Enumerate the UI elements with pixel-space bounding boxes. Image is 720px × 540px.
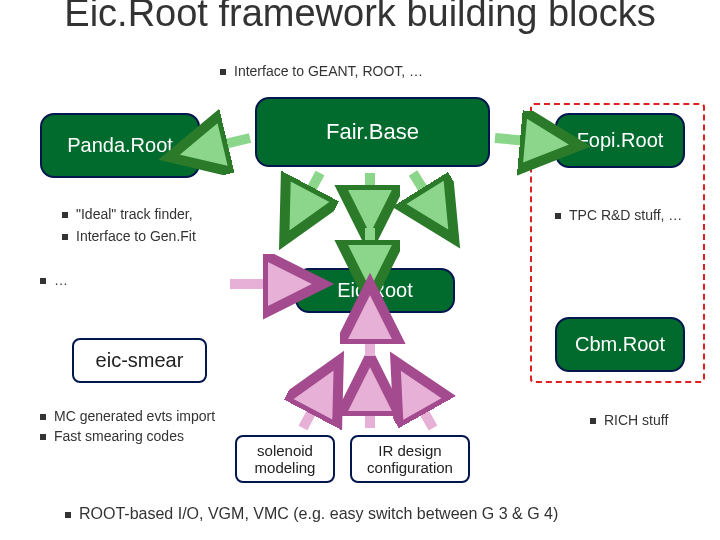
arrow-eicroot-up-right [405,390,445,435]
arrow-fairbase-to-fopi [490,128,552,158]
smear-bullet-2: Fast smearing codes [40,428,184,444]
cbm-bullet-text: RICH stuff [604,412,668,428]
svg-line-3 [495,138,540,142]
bullet-square-icon [62,212,68,218]
panda-bullet-2-text: Interface to Gen.Fit [76,228,196,244]
bullet-square-icon [555,213,561,219]
cbmroot-node: Cbm.Root [555,317,685,372]
panda-bullet-2: Interface to Gen.Fit [62,228,196,244]
arrow-panda-to-eicroot [225,272,295,297]
smear-bullet-1-text: MC generated evts import [54,408,215,424]
bullet-square-icon [62,234,68,240]
top-bullet-text: Interface to GEANT, ROOT, … [234,63,423,79]
svg-line-19 [415,396,433,428]
bullet-square-icon [65,512,71,518]
arrow-to-eicroot-from-below [355,318,385,363]
footer-bullet-text: ROOT-based I/O, VGM, VMC (e.g. easy swit… [79,505,558,523]
svg-line-15 [303,396,320,428]
slide-title: Eic.Root framework building blocks [0,0,720,35]
cbm-bullet: RICH stuff [590,412,668,428]
pandaroot-node: Panda.Root [40,113,200,178]
arrow-fairbase-to-eicroot [355,225,385,270]
bullet-square-icon [40,278,46,284]
arrow-fairbase-to-panda [200,130,255,160]
eicroot-node: Eic.Root [295,268,455,313]
arrow-fairbase-down-mid [355,170,385,215]
svg-line-9 [413,173,433,205]
panda-bullet-1: "Ideal" track finder, [62,206,193,222]
footer-bullet: ROOT-based I/O, VGM, VMC (e.g. easy swit… [65,505,558,523]
top-bullet: Interface to GEANT, ROOT, … [220,63,423,79]
fopi-bullet: TPC R&D stuff, … [555,207,682,223]
arrow-eicroot-up-mid [355,390,385,435]
panda-bullet-3: … [40,272,68,288]
arrow-eicroot-up-left [295,390,330,435]
fairbase-node: Fair.Base [255,97,490,167]
bullet-square-icon [40,434,46,440]
fopi-bullet-text: TPC R&D stuff, … [569,207,682,223]
bullet-square-icon [40,414,46,420]
irdesign-node: IR design configuration [350,435,470,483]
fopiroot-node: Fopi.Root [555,113,685,168]
smear-bullet-2-text: Fast smearing codes [54,428,184,444]
panda-bullet-3-text: … [54,272,68,288]
panda-bullet-1-text: "Ideal" track finder, [76,206,193,222]
eicsmear-node: eic-smear [72,338,207,383]
svg-line-1 [208,138,250,148]
bullet-square-icon [590,418,596,424]
solenoid-node: solenoid modeling [235,435,335,483]
arrow-fairbase-down-left [295,170,330,215]
smear-bullet-1: MC generated evts import [40,408,215,424]
svg-line-5 [303,173,320,205]
bullet-square-icon [220,69,226,75]
arrow-fairbase-down-right [405,170,445,215]
